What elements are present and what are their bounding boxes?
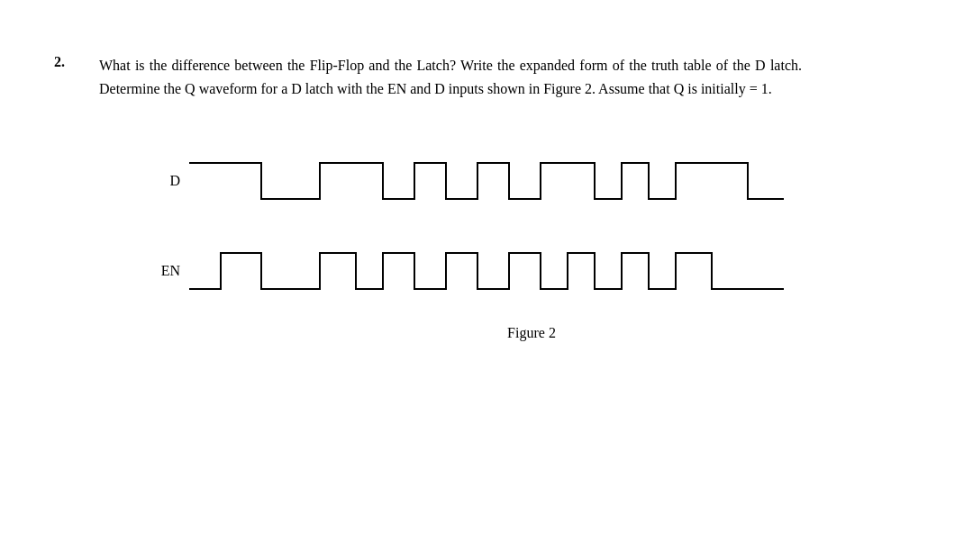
figure-caption: Figure 2 [144,325,919,341]
question-text: What is the difference between the Flip-… [99,54,802,100]
page: 2. What is the difference between the Fl… [0,0,973,560]
d-label: D [144,173,180,189]
d-waveform-row: D [144,145,802,217]
d-waveform-svg [189,145,802,217]
question-container: 2. What is the difference between the Fl… [54,54,919,100]
figure-caption-text: Figure 2 [507,325,556,340]
question-number: 2. [54,54,81,100]
waveform-section: D EN [144,136,847,316]
en-label: EN [144,263,180,279]
en-waveform-svg [189,235,802,307]
en-waveform-row: EN [144,235,802,307]
